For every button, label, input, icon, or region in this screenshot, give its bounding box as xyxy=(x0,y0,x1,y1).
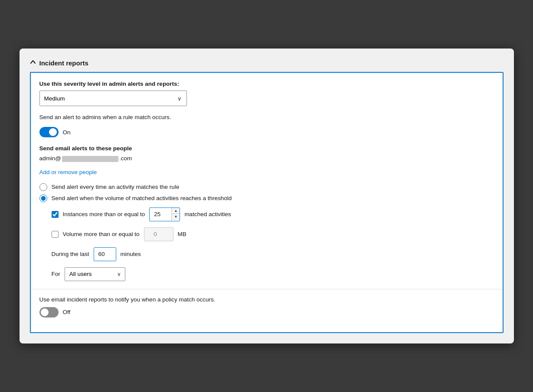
add-remove-people-link[interactable]: Add or remove people xyxy=(39,169,97,175)
email-people-section: Send email alerts to these people admin@… xyxy=(39,145,494,162)
instances-input[interactable] xyxy=(150,208,171,221)
radio-every-time[interactable] xyxy=(39,183,47,191)
severity-select-wrapper: Low Medium High xyxy=(39,91,187,106)
for-select-wrapper: All users Specific users xyxy=(65,267,125,281)
instances-label: Instances more than or equal to xyxy=(63,211,145,217)
severity-label: Use this severity level in admin alerts … xyxy=(39,81,494,87)
radio-threshold[interactable] xyxy=(39,194,47,202)
during-row: During the last minutes xyxy=(52,247,494,261)
bottom-section: Use email incident reports to notify you… xyxy=(31,289,503,332)
toggle-off-label: Off xyxy=(63,309,71,315)
spinner-up-btn[interactable]: ▲ xyxy=(172,208,180,214)
email-address-row: admin@.com xyxy=(39,155,494,162)
for-row: For All users Specific users xyxy=(52,267,494,281)
volume-checkbox[interactable] xyxy=(52,231,59,238)
incident-report-toggle[interactable] xyxy=(39,307,59,317)
volume-label: Volume more than or equal to xyxy=(63,231,140,237)
email-prefix: admin@ xyxy=(39,155,61,162)
incident-reports-box: Use this severity level in admin alerts … xyxy=(30,72,504,333)
severity-section: Use this severity level in admin alerts … xyxy=(39,81,494,106)
toggle-on-label: On xyxy=(63,129,71,136)
toggle-off-knob xyxy=(41,308,49,316)
chevron-up-icon xyxy=(30,59,36,67)
radio-threshold-label: Send alert when the volume of matched ac… xyxy=(52,195,232,201)
spinner-buttons: ▲ ▼ xyxy=(171,208,180,221)
email-redacted xyxy=(62,156,118,162)
toggle-knob xyxy=(49,128,57,136)
minutes-input[interactable] xyxy=(94,248,116,261)
toggle-off-row: Off xyxy=(39,307,494,317)
for-select[interactable]: All users Specific users xyxy=(65,267,125,281)
alert-admin-text: Send an alert to admins when a rule matc… xyxy=(39,114,171,120)
matched-activities-label: matched activities xyxy=(184,211,231,217)
volume-input xyxy=(144,227,173,241)
radio-every-time-label: Send alert every time an activity matche… xyxy=(52,184,180,190)
instances-spinner: ▲ ▼ xyxy=(149,207,180,221)
alert-toggle[interactable] xyxy=(39,127,59,137)
minutes-label: minutes xyxy=(121,251,141,257)
section-header: Incident reports xyxy=(30,59,504,67)
radio-row-threshold: Send alert when the volume of matched ac… xyxy=(39,194,494,202)
email-suffix: .com xyxy=(119,155,132,162)
during-label: During the last xyxy=(52,251,89,257)
minutes-spinner xyxy=(94,247,116,261)
radio-row-every-time: Send alert every time an activity matche… xyxy=(39,183,494,191)
for-label: For xyxy=(52,271,60,277)
spinner-down-btn[interactable]: ▼ xyxy=(172,214,180,220)
bottom-text: Use email incident reports to notify you… xyxy=(39,296,494,303)
severity-select[interactable]: Low Medium High xyxy=(39,91,187,106)
radio-group: Send alert every time an activity matche… xyxy=(39,183,494,202)
volume-row: Volume more than or equal to MB xyxy=(52,227,494,241)
volume-unit: MB xyxy=(178,231,186,237)
email-people-label: Send email alerts to these people xyxy=(39,145,494,152)
main-container: Incident reports Use this severity level… xyxy=(20,49,514,343)
section-title: Incident reports xyxy=(39,59,88,67)
threshold-section: Instances more than or equal to ▲ ▼ matc… xyxy=(52,207,494,281)
instances-row: Instances more than or equal to ▲ ▼ matc… xyxy=(52,207,494,221)
instances-checkbox[interactable] xyxy=(52,211,59,218)
alert-admin-row: Send an alert to admins when a rule matc… xyxy=(39,113,494,121)
toggle-on-row: On xyxy=(39,127,494,137)
